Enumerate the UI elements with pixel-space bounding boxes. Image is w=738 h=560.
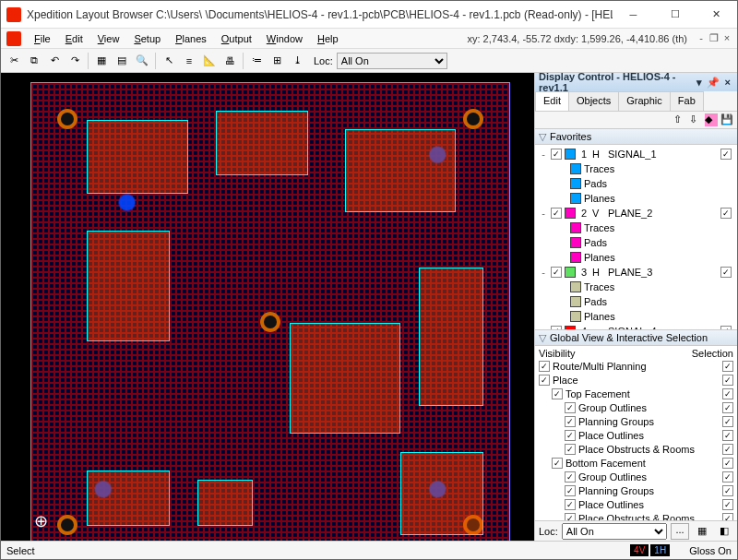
nav-up-icon[interactable]: ⇧ <box>673 113 686 126</box>
menu-setup[interactable]: Setup <box>126 31 168 46</box>
tool-layers[interactable]: ▤ <box>113 52 131 70</box>
tool-print[interactable]: 🖶 <box>220 52 239 70</box>
tool-display[interactable]: ▦ <box>92 52 111 70</box>
mdi-restore-button[interactable]: ❐ <box>708 32 720 44</box>
tool-copy[interactable]: ⧉ <box>25 52 43 70</box>
pcb-canvas[interactable]: ⊕ <box>1 73 534 541</box>
visibility-checkbox[interactable] <box>539 375 550 386</box>
panel-close-icon[interactable]: × <box>721 77 733 88</box>
layer-select-checkbox[interactable] <box>720 267 732 278</box>
tool-output[interactable]: ⤓ <box>288 52 306 70</box>
visibility-checkbox[interactable] <box>565 499 576 510</box>
menu-view[interactable]: View <box>90 31 127 46</box>
visibility-checkbox[interactable] <box>565 402 576 413</box>
selection-checkbox[interactable] <box>722 361 733 372</box>
mdi-minimize-button[interactable]: - <box>695 32 708 44</box>
selection-checkbox[interactable] <box>722 444 733 455</box>
sublayer-name: Pads <box>584 296 607 307</box>
selection-checkbox[interactable] <box>722 388 733 399</box>
tool-select[interactable]: ↖ <box>160 52 178 70</box>
sublayer-swatch[interactable] <box>570 281 581 292</box>
maximize-button[interactable]: ☐ <box>654 1 696 28</box>
visibility-checkbox[interactable] <box>552 388 563 399</box>
chevron-down-icon[interactable]: ▽ <box>539 332 546 344</box>
layer-number: 2 <box>578 208 589 219</box>
panel-dropdown-icon[interactable]: ▾ <box>694 77 706 89</box>
tab-graphic[interactable]: Graphic <box>618 91 671 111</box>
visibility-checkbox[interactable] <box>565 430 576 441</box>
menu-output[interactable]: Output <box>214 31 259 46</box>
tool-redo[interactable]: ↷ <box>65 52 84 70</box>
layer-tree[interactable]: -1HSIGNAL_1TracesPadsPlanes-2VPLANE_2Tra… <box>535 145 737 329</box>
layer-visible-checkbox[interactable] <box>551 208 562 219</box>
layer-select-checkbox[interactable] <box>720 208 732 219</box>
visibility-checkbox[interactable] <box>565 471 576 483</box>
mdi-close-button[interactable]: × <box>720 32 733 44</box>
layer-swatch[interactable] <box>565 267 576 278</box>
sublayer-swatch[interactable] <box>570 163 581 174</box>
selection-checkbox[interactable] <box>722 430 733 441</box>
loc-tool-a[interactable]: ▦ <box>693 522 711 541</box>
tab-edit[interactable]: Edit <box>535 91 569 111</box>
tool-route[interactable]: ≡ <box>180 52 198 70</box>
panel-pin-icon[interactable]: 📌 <box>707 77 720 89</box>
tab-objects[interactable]: Objects <box>568 91 619 111</box>
sublayer-swatch[interactable] <box>570 178 581 189</box>
layer-select-checkbox[interactable] <box>720 149 732 160</box>
tab-fab[interactable]: Fab <box>670 91 704 111</box>
global-view-body[interactable]: VisibilitySelection Route/Multi Planning… <box>535 346 737 520</box>
expand-icon[interactable]: - <box>539 149 548 160</box>
chevron-down-icon[interactable]: ▽ <box>539 131 546 143</box>
layer-swatch[interactable] <box>565 149 576 160</box>
visibility-checkbox[interactable] <box>552 458 563 469</box>
selection-checkbox[interactable] <box>722 485 733 496</box>
tool-zoom[interactable]: 🔍 <box>133 52 151 70</box>
menu-window[interactable]: Window <box>259 31 310 46</box>
layer-swatch[interactable] <box>565 208 576 219</box>
selection-checkbox[interactable] <box>722 375 733 386</box>
layer-visible-checkbox[interactable] <box>551 149 562 160</box>
expand-icon[interactable]: - <box>539 267 548 278</box>
selection-checkbox[interactable] <box>722 402 733 413</box>
global-view-header: Global View & Interactive Selection <box>550 332 708 343</box>
loc-select[interactable]: All On <box>337 53 447 69</box>
nav-down-icon[interactable]: ⇩ <box>689 113 702 126</box>
visibility-checkbox[interactable] <box>565 444 576 455</box>
sublayer-swatch[interactable] <box>570 193 581 204</box>
tool-undo[interactable]: ↶ <box>45 52 64 70</box>
tool-measure[interactable]: 📐 <box>200 52 219 70</box>
sublayer-name: Planes <box>584 252 615 263</box>
sublayer-swatch[interactable] <box>570 222 581 233</box>
loc-tool-b[interactable]: ◧ <box>715 522 733 541</box>
layer-visible-checkbox[interactable] <box>551 267 562 278</box>
loc-browse-button[interactable]: ... <box>671 523 689 540</box>
sublayer-swatch[interactable] <box>570 296 581 307</box>
sublayer-swatch[interactable] <box>570 252 581 263</box>
menu-help[interactable]: Help <box>310 31 346 46</box>
selection-checkbox[interactable] <box>722 513 733 521</box>
toolbar: ✂ ⧉ ↶ ↷ ▦ ▤ 🔍 ↖ ≡ 📐 🖶 ≔ ⊞ ⤓ Loc: All On <box>1 49 737 73</box>
selection-checkbox[interactable] <box>722 416 733 427</box>
close-button[interactable]: ✕ <box>696 1 737 28</box>
selection-checkbox[interactable] <box>722 458 733 469</box>
erase-icon[interactable]: ◆ <box>705 113 718 126</box>
loc-label: Loc: <box>314 55 333 66</box>
sublayer-swatch[interactable] <box>570 237 581 248</box>
menu-edit[interactable]: Edit <box>58 31 90 46</box>
loc-select-bottom[interactable]: All On <box>562 523 667 540</box>
visibility-checkbox[interactable] <box>539 361 550 372</box>
sublayer-swatch[interactable] <box>570 311 581 322</box>
menu-planes[interactable]: Planes <box>168 31 214 46</box>
tool-net[interactable]: ⊞ <box>268 52 286 70</box>
menu-file[interactable]: File <box>27 31 58 46</box>
visibility-checkbox[interactable] <box>565 485 576 496</box>
save-icon[interactable]: 💾 <box>720 113 733 126</box>
minimize-button[interactable]: ─ <box>613 1 654 28</box>
tool-prop[interactable]: ≔ <box>247 52 266 70</box>
visibility-checkbox[interactable] <box>565 416 576 427</box>
expand-icon[interactable]: - <box>539 208 548 219</box>
visibility-checkbox[interactable] <box>565 513 576 521</box>
selection-checkbox[interactable] <box>722 499 733 510</box>
tool-cut[interactable]: ✂ <box>5 52 23 70</box>
selection-checkbox[interactable] <box>722 471 733 483</box>
